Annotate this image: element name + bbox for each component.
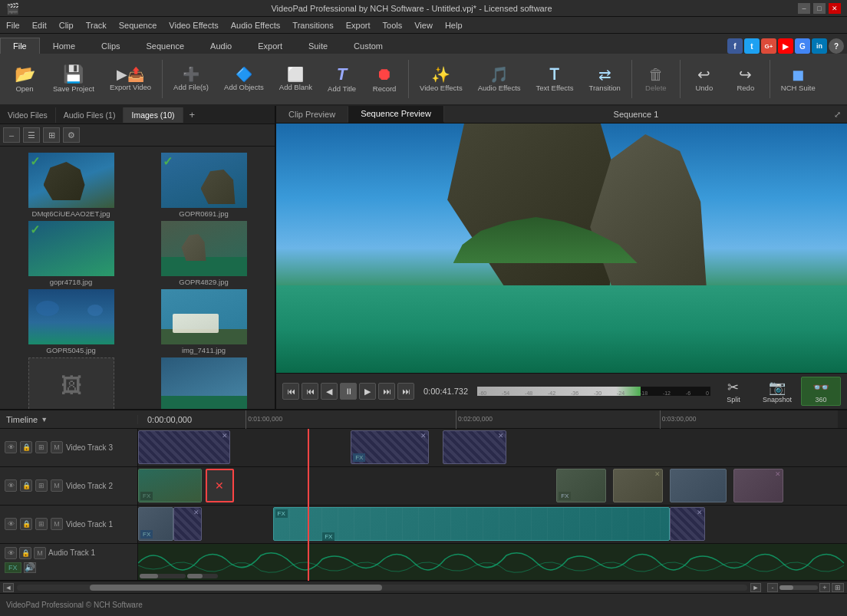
track-2-content[interactable]: FX ✕ FX ✕ ✕ — [138, 467, 847, 505]
goto-start-button[interactable]: ⏮ — [282, 383, 299, 400]
tab-clips[interactable]: Clips — [88, 38, 133, 54]
track-clip[interactable]: FX — [138, 507, 173, 541]
add-title-button[interactable]: T Add Title — [321, 56, 363, 102]
list-item[interactable]: img_7411.jpg — [139, 289, 269, 354]
track-clip[interactable] — [670, 469, 727, 502]
close-button[interactable]: ✕ — [829, 3, 841, 14]
add-blank-button[interactable]: ⬜ Add Blank — [272, 56, 319, 102]
track-1-content[interactable]: FX ✕ FX FX ✕ — [138, 506, 847, 543]
menu-item-video-effects[interactable]: Video Effects — [163, 19, 224, 31]
track-audio-button[interactable]: M — [34, 547, 46, 559]
zoom-out-button[interactable]: - — [767, 583, 778, 592]
list-item[interactable]: GOPR5045.jpg — [6, 289, 136, 354]
menu-item-track[interactable]: Track — [80, 19, 113, 31]
text-effects-button[interactable]: Ꭲ Text Effects — [529, 56, 581, 102]
track-clip[interactable]: ✕ — [733, 469, 783, 502]
menu-item-clip[interactable]: Clip — [53, 19, 80, 31]
tab-sequence[interactable]: Sequence — [133, 38, 198, 54]
menu-item-view[interactable]: View — [408, 19, 439, 31]
thumb-zoom-out[interactable]: – — [3, 127, 20, 143]
vr360-button[interactable]: 👓 360 — [801, 377, 841, 406]
menu-item-transitions[interactable]: Transitions — [286, 19, 339, 31]
google-icon[interactable]: G — [795, 38, 810, 54]
googleplus-icon[interactable]: G+ — [761, 38, 776, 54]
track-audio-button[interactable]: ⊞ — [35, 518, 48, 530]
add-tab-button[interactable]: + — [183, 106, 202, 124]
preview-expand-button[interactable]: ⤢ — [828, 107, 847, 123]
thumb-settings[interactable]: ⚙ — [63, 127, 80, 143]
tab-suite[interactable]: Suite — [295, 38, 341, 54]
tab-audio-files[interactable]: Audio Files (1) — [56, 107, 124, 123]
track-eye-button[interactable]: 👁 — [5, 441, 17, 453]
track-clip[interactable]: ✕ — [443, 430, 506, 464]
scroll-right-button[interactable]: ► — [750, 583, 761, 592]
tab-file[interactable]: File — [0, 38, 40, 54]
prev-frame-button[interactable]: ⏭ — [302, 383, 318, 400]
menu-item-file[interactable]: File — [0, 19, 26, 31]
undo-button[interactable]: ↩ Undo — [684, 56, 724, 102]
audio-effects-button[interactable]: 🎵 Audio Effects — [471, 56, 528, 102]
open-button[interactable]: 📂 Open — [5, 56, 44, 102]
export-video-button[interactable]: ▶📤 Export Video — [103, 56, 158, 102]
track-lock-button[interactable]: 🔒 — [20, 518, 32, 530]
track-mute-button[interactable]: M — [51, 441, 63, 453]
linkedin-icon[interactable]: in — [812, 38, 827, 54]
track-clip[interactable]: ✕ — [613, 469, 663, 502]
menu-item-tools[interactable]: Tools — [377, 19, 409, 31]
zoom-slider[interactable] — [779, 585, 818, 590]
volume-slider[interactable] — [140, 574, 186, 578]
help-icon[interactable]: ? — [829, 38, 844, 54]
timeline-scrollbar[interactable]: ◄ ► - + ⊞ — [0, 581, 847, 593]
track-mute-button[interactable]: M — [51, 518, 63, 530]
track-lock-button[interactable]: 🔒 — [20, 479, 32, 492]
track-clip[interactable]: FX — [556, 469, 606, 502]
menu-item-edit[interactable]: Edit — [26, 19, 53, 31]
list-item[interactable]: ✓ GOPR0691.jpg — [139, 153, 269, 218]
split-button[interactable]: ✂ Split — [714, 377, 753, 405]
fit-view-button[interactable]: ⊞ — [832, 583, 844, 592]
add-objects-button[interactable]: 🔷 Add Objects — [217, 56, 271, 102]
add-files-button[interactable]: ➕ Add File(s) — [166, 56, 216, 102]
audio-waveform-area[interactable] — [138, 544, 847, 580]
snapshot-button[interactable]: 📷 Snapshot — [756, 377, 798, 405]
redo-button[interactable]: ↪ Redo — [726, 56, 766, 102]
rewind-button[interactable]: ◀ — [321, 383, 338, 400]
tab-custom[interactable]: Custom — [341, 38, 396, 54]
track-audio-button[interactable]: ⊞ — [35, 479, 48, 492]
track-clip[interactable]: FX — [138, 469, 202, 502]
menu-item-audio-effects[interactable]: Audio Effects — [225, 19, 287, 31]
save-project-button[interactable]: 💾 Save Project — [46, 56, 101, 102]
tab-sequence-preview[interactable]: Sequence Preview — [348, 106, 444, 123]
tab-audio[interactable]: Audio — [197, 38, 245, 54]
thumb-list-view[interactable]: ☰ — [23, 127, 40, 143]
list-item[interactable] — [139, 357, 269, 409]
menu-item-export[interactable]: Export — [340, 19, 377, 31]
track-clip[interactable]: ✕ — [670, 507, 705, 541]
track-lock-button[interactable]: 🔒 — [20, 441, 32, 453]
track-eye-button[interactable]: 👁 — [5, 547, 17, 559]
tab-clip-preview[interactable]: Clip Preview — [276, 107, 348, 122]
facebook-icon[interactable]: f — [727, 38, 743, 54]
track-clip[interactable]: FX — [273, 507, 670, 541]
next-frame-button[interactable]: ⏭ — [378, 383, 395, 400]
maximize-button[interactable]: □ — [813, 3, 826, 14]
track-mute-button[interactable]: M — [51, 479, 63, 492]
track-clip[interactable]: ✕ — [173, 507, 202, 541]
tab-home[interactable]: Home — [40, 38, 88, 54]
video-effects-button[interactable]: ✨ Video Effects — [413, 56, 470, 102]
nch-suite-button[interactable]: ◼ NCH Suite — [774, 56, 822, 102]
forward-button[interactable]: ▶ — [359, 383, 376, 400]
tab-images[interactable]: Images (10) — [124, 107, 183, 123]
track-clip[interactable]: ✕ — [138, 430, 230, 464]
list-item[interactable]: GOPR4829.jpg — [139, 221, 269, 286]
track-audio-button[interactable]: ⊞ — [35, 441, 48, 453]
goto-end-button[interactable]: ⏭ — [397, 383, 414, 400]
delete-button[interactable]: 🗑 Delete — [636, 56, 676, 102]
progress-bar[interactable]: -60 -54 -48 -42 -36 -30 -24 -18 -12 -6 0 — [477, 387, 710, 396]
horizontal-scrollbar[interactable] — [17, 585, 747, 591]
play-pause-button[interactable]: ⏸ — [340, 383, 357, 400]
audio-fx-button[interactable]: FX — [5, 562, 21, 573]
tab-export[interactable]: Export — [245, 38, 295, 54]
tab-video-files[interactable]: Video Files — [0, 107, 56, 123]
minimize-button[interactable]: – — [798, 3, 810, 14]
